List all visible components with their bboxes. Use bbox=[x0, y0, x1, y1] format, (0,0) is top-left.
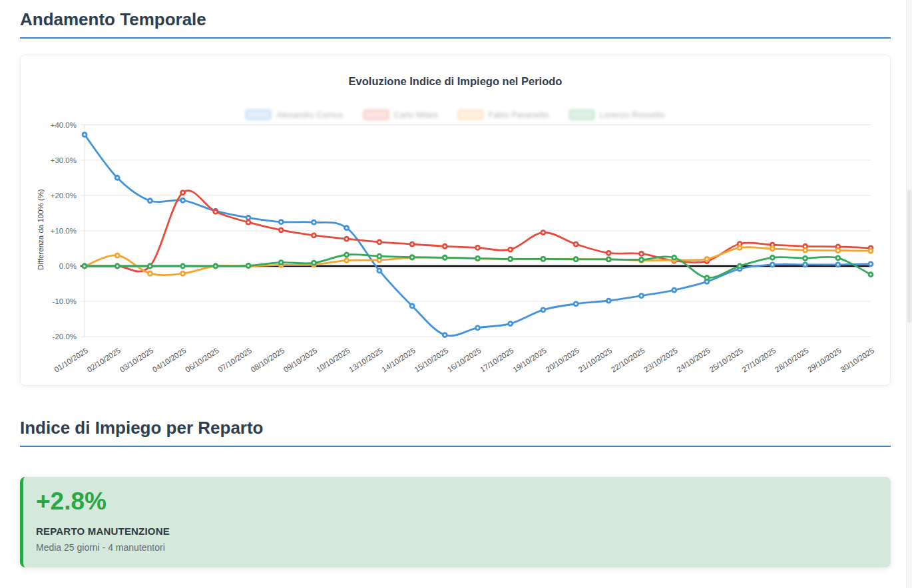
x-tick-label: 17/10/2025 bbox=[479, 347, 515, 374]
data-point-hole bbox=[575, 258, 577, 260]
x-tick-label: 10/10/2025 bbox=[315, 347, 351, 374]
data-point-hole bbox=[247, 265, 249, 267]
data-point-hole bbox=[214, 211, 216, 213]
scrollbar-thumb[interactable] bbox=[907, 190, 911, 323]
data-point-hole bbox=[411, 243, 413, 245]
data-point-hole bbox=[772, 263, 774, 265]
y-tick-label: +10.0% bbox=[51, 227, 77, 235]
data-point-hole bbox=[116, 255, 118, 257]
data-point-hole bbox=[869, 273, 871, 275]
line-chart: +40.0%+30.0%+20.0%+10.0%0.0%-10.0%-20.0%… bbox=[21, 55, 890, 384]
y-tick-label: +20.0% bbox=[51, 192, 77, 200]
data-point-hole bbox=[837, 263, 839, 265]
data-point-hole bbox=[739, 265, 741, 267]
data-point-hole bbox=[673, 257, 675, 259]
y-tick-label: +30.0% bbox=[51, 156, 77, 164]
data-point-hole bbox=[83, 134, 85, 136]
data-point-hole bbox=[804, 249, 806, 251]
data-point-hole bbox=[182, 200, 184, 202]
y-tick-label: -20.0% bbox=[53, 333, 77, 341]
x-tick-label: 23/10/2025 bbox=[642, 347, 679, 374]
data-point-hole bbox=[378, 259, 380, 261]
data-point-hole bbox=[280, 221, 282, 223]
data-point-hole bbox=[378, 269, 380, 271]
data-point-hole bbox=[640, 259, 642, 261]
y-axis-title: Differenza da 100% (%) bbox=[37, 189, 45, 270]
x-tick-label: 24/10/2025 bbox=[675, 347, 712, 374]
x-tick-label: 04/10/2025 bbox=[151, 347, 188, 374]
data-point-hole bbox=[772, 257, 774, 259]
data-point-hole bbox=[804, 257, 806, 259]
summary-value: +2.8% bbox=[36, 488, 875, 515]
x-tick-label: 16/10/2025 bbox=[446, 347, 483, 374]
data-point-hole bbox=[706, 258, 708, 260]
data-point-hole bbox=[608, 300, 610, 302]
x-tick-label: 29/10/2025 bbox=[806, 347, 843, 374]
x-tick-label: 02/10/2025 bbox=[85, 347, 122, 374]
data-point-hole bbox=[706, 281, 708, 283]
title-underline bbox=[20, 37, 891, 39]
data-point-hole bbox=[509, 323, 511, 325]
data-point-hole bbox=[575, 303, 577, 305]
x-tick-label: 14/10/2025 bbox=[380, 347, 417, 374]
scrollbar-track[interactable] bbox=[906, 0, 912, 588]
data-point-hole bbox=[116, 265, 118, 267]
data-point-hole bbox=[444, 245, 446, 247]
data-point-hole bbox=[608, 252, 610, 254]
data-point-hole bbox=[739, 247, 741, 249]
data-point-hole bbox=[542, 231, 544, 233]
data-point-hole bbox=[804, 245, 806, 247]
data-point-hole bbox=[477, 257, 479, 259]
series-line bbox=[85, 135, 871, 336]
data-point-hole bbox=[182, 273, 184, 275]
data-point-hole bbox=[345, 227, 347, 229]
x-tick-label: 27/10/2025 bbox=[741, 347, 778, 374]
data-point-hole bbox=[706, 277, 708, 279]
data-point-hole bbox=[509, 258, 511, 260]
data-point-hole bbox=[345, 259, 347, 261]
data-point-hole bbox=[542, 309, 544, 311]
data-point-hole bbox=[149, 200, 151, 202]
data-point-hole bbox=[411, 305, 413, 307]
data-point-hole bbox=[411, 256, 413, 258]
data-point-hole bbox=[313, 221, 315, 223]
data-point-hole bbox=[673, 289, 675, 291]
y-tick-label: +40.0% bbox=[51, 121, 77, 129]
data-point-hole bbox=[608, 258, 610, 260]
data-point-hole bbox=[182, 192, 184, 194]
x-tick-label: 28/10/2025 bbox=[774, 347, 810, 374]
x-tick-label: 08/10/2025 bbox=[250, 347, 286, 374]
data-point-hole bbox=[116, 177, 118, 179]
x-tick-label: 01/10/2025 bbox=[53, 347, 89, 374]
data-point-hole bbox=[182, 265, 184, 267]
data-point-hole bbox=[837, 245, 839, 247]
data-point-hole bbox=[640, 253, 642, 255]
data-point-hole bbox=[345, 254, 347, 256]
data-point-hole bbox=[772, 244, 774, 246]
data-point-hole bbox=[869, 250, 871, 252]
data-point-hole bbox=[477, 327, 479, 329]
data-point-hole bbox=[640, 295, 642, 297]
x-tick-label: 06/10/2025 bbox=[184, 347, 220, 374]
x-tick-label: 03/10/2025 bbox=[118, 347, 155, 374]
data-point-hole bbox=[542, 258, 544, 260]
data-point-hole bbox=[804, 263, 806, 265]
x-tick-label: 20/10/2025 bbox=[544, 347, 580, 374]
x-tick-label: 30/10/2025 bbox=[839, 347, 875, 374]
data-point-hole bbox=[739, 243, 741, 245]
data-point-hole bbox=[149, 265, 151, 267]
data-point-hole bbox=[575, 243, 577, 245]
data-point-hole bbox=[837, 257, 839, 259]
x-tick-label: 09/10/2025 bbox=[282, 347, 319, 374]
data-point-hole bbox=[444, 257, 446, 259]
data-point-hole bbox=[280, 261, 282, 263]
data-point-hole bbox=[280, 229, 282, 231]
data-point-hole bbox=[869, 263, 871, 265]
data-point-hole bbox=[313, 234, 315, 236]
x-tick-label: 07/10/2025 bbox=[216, 347, 253, 374]
data-point-hole bbox=[345, 238, 347, 240]
data-point-hole bbox=[149, 273, 151, 275]
y-tick-label: -10.0% bbox=[53, 297, 77, 305]
x-tick-label: 19/10/2025 bbox=[511, 347, 548, 374]
data-point-hole bbox=[247, 221, 249, 223]
